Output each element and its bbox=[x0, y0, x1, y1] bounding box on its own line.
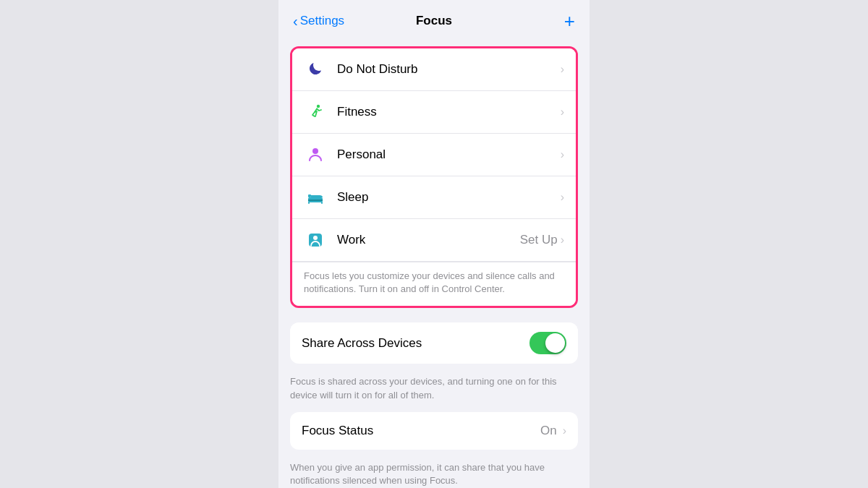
fitness-right: › bbox=[561, 106, 564, 119]
sleep-label: Sleep bbox=[337, 190, 561, 205]
sleep-icon bbox=[304, 186, 327, 209]
work-label: Work bbox=[337, 233, 520, 247]
toggle-knob bbox=[545, 333, 565, 353]
share-devices-label: Share Across Devices bbox=[302, 336, 529, 351]
share-devices-item[interactable]: Share Across Devices bbox=[290, 322, 578, 364]
focus-status-label: Focus Status bbox=[302, 424, 540, 438]
moon-icon bbox=[304, 58, 327, 81]
focus-item-sleep[interactable]: Sleep › bbox=[292, 176, 576, 219]
chevron-right-icon: › bbox=[561, 191, 564, 204]
svg-point-0 bbox=[317, 105, 320, 108]
personal-right: › bbox=[561, 148, 564, 161]
svg-rect-3 bbox=[308, 194, 311, 197]
focus-status-card: Focus Status On › bbox=[290, 412, 578, 450]
fitness-label: Fitness bbox=[337, 105, 561, 119]
chevron-right-icon: › bbox=[561, 234, 564, 247]
share-devices-card: Share Across Devices bbox=[290, 322, 578, 364]
phone-container: ‹ Settings Focus + Do Not Disturb › bbox=[278, 0, 590, 488]
do-not-disturb-right: › bbox=[561, 63, 564, 76]
focus-status-description: When you give an app permission, it can … bbox=[278, 455, 590, 488]
share-devices-toggle[interactable] bbox=[529, 332, 566, 354]
focus-modes-card: Do Not Disturb › Fitness bbox=[290, 46, 578, 308]
focus-description: Focus lets you customize your devices an… bbox=[292, 262, 576, 306]
add-button[interactable]: + bbox=[564, 12, 575, 30]
focus-item-personal[interactable]: Personal › bbox=[292, 134, 576, 176]
personal-label: Personal bbox=[337, 147, 561, 162]
svg-rect-5 bbox=[308, 202, 310, 204]
header: ‹ Settings Focus + bbox=[278, 0, 590, 38]
chevron-right-icon: › bbox=[561, 106, 564, 119]
sleep-right: › bbox=[561, 191, 564, 204]
svg-point-8 bbox=[313, 236, 318, 240]
chevron-right-icon: › bbox=[561, 63, 564, 76]
back-button[interactable]: ‹ Settings bbox=[293, 14, 344, 28]
page-title: Focus bbox=[416, 14, 452, 28]
do-not-disturb-label: Do Not Disturb bbox=[337, 62, 561, 77]
chevron-right-icon: › bbox=[561, 148, 564, 161]
focus-item-fitness[interactable]: Fitness › bbox=[292, 91, 576, 134]
focus-status-right: On › bbox=[540, 424, 566, 438]
svg-rect-6 bbox=[321, 202, 323, 204]
svg-point-1 bbox=[312, 148, 318, 154]
personal-icon bbox=[304, 143, 327, 166]
focus-status-value: On bbox=[540, 424, 557, 438]
work-icon bbox=[304, 228, 327, 252]
chevron-left-icon: ‹ bbox=[293, 14, 298, 28]
focus-status-item[interactable]: Focus Status On › bbox=[290, 412, 578, 450]
svg-rect-4 bbox=[308, 200, 323, 201]
work-secondary: Set Up bbox=[520, 233, 558, 247]
focus-item-work[interactable]: Work Set Up › bbox=[292, 219, 576, 262]
work-right: Set Up › bbox=[520, 233, 564, 247]
chevron-right-icon: › bbox=[563, 424, 566, 437]
back-label: Settings bbox=[300, 14, 344, 28]
content-scroll: Do Not Disturb › Fitness bbox=[278, 38, 590, 488]
focus-item-do-not-disturb[interactable]: Do Not Disturb › bbox=[292, 48, 576, 91]
share-devices-description: Focus is shared across your devices, and… bbox=[278, 369, 590, 411]
fitness-icon bbox=[304, 100, 327, 124]
